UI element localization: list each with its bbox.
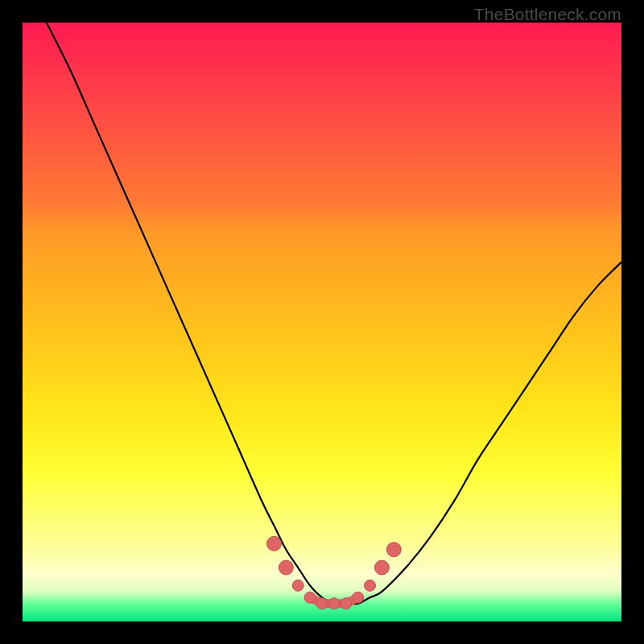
bead <box>304 592 316 603</box>
bottleneck-curve <box>47 23 621 604</box>
bead <box>341 598 352 609</box>
bead <box>316 598 328 609</box>
bead <box>279 560 293 575</box>
bead <box>292 580 303 591</box>
bead <box>365 580 376 591</box>
watermark-text: TheBottleneck.com <box>474 5 621 24</box>
chart-frame: TheBottleneck.com <box>0 0 644 644</box>
plot-area <box>23 23 621 621</box>
bead <box>266 536 281 551</box>
bead <box>328 598 340 609</box>
bead <box>374 560 389 575</box>
curve-layer <box>23 23 621 621</box>
bead-cluster <box>266 536 401 609</box>
bead <box>386 543 401 557</box>
bead <box>353 592 364 603</box>
